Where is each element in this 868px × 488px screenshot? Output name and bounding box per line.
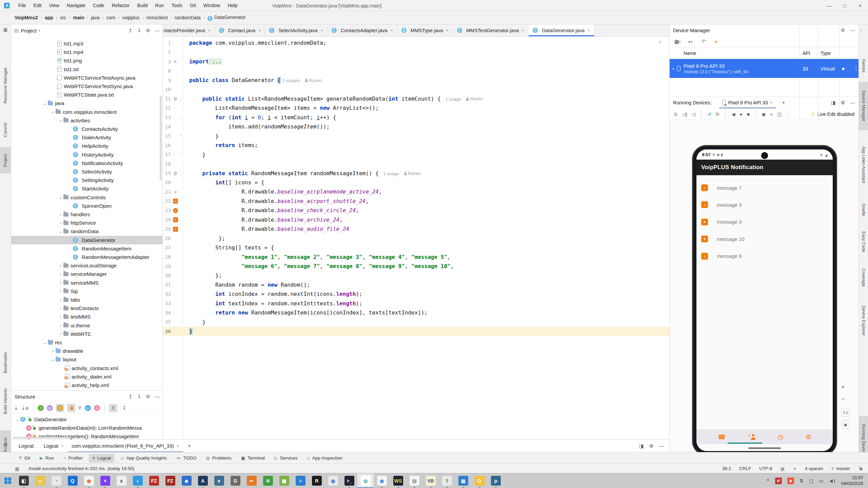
- tree-item-com-voipplus-mmsclient[interactable]: ⌄com.voipplus.mmsclient: [11, 108, 162, 116]
- code-line-16[interactable]: 16 return items;: [163, 141, 669, 150]
- chevron-down-icon[interactable]: ⌄: [58, 118, 63, 123]
- hide-icon[interactable]: —: [155, 28, 160, 33]
- writable-unlock-icon[interactable]: [860, 468, 863, 470]
- start-button[interactable]: [0, 473, 16, 488]
- tool-window-problems[interactable]: ◎Problems: [202, 454, 235, 463]
- tool-window-button-build-variants[interactable]: Build Variants: [0, 382, 11, 421]
- logcat-tab-logcat[interactable]: Logcat×: [40, 440, 68, 452]
- logcat-settings-icon[interactable]: ⚙: [649, 443, 654, 449]
- group-methods-icon[interactable]: Y: [78, 405, 82, 411]
- message-list-item[interactable]: ♪message 3: [696, 196, 833, 213]
- code-line-13[interactable]: 13⌄ for (int i = 0; i < itemCount; i++) …: [163, 113, 669, 122]
- tree-item-tst1-png[interactable]: tst1.png: [11, 56, 162, 65]
- menu-navigate[interactable]: Navigate: [63, 0, 89, 11]
- code-author-inlay[interactable]: Razen: [466, 96, 483, 101]
- fold-expand-icon[interactable]: ⌃: [179, 134, 183, 138]
- tree-item-webrtcstate-java-txt[interactable]: WebRTCState.java.txt: [11, 90, 162, 99]
- breadcrumb-main[interactable]: main: [72, 14, 85, 21]
- tool-window-app-quality-insights[interactable]: ◇App Quality Insights: [117, 454, 170, 463]
- taskbar-android-studio[interactable]: ◎: [357, 473, 374, 488]
- tree-item-customcontrols[interactable]: ⌄customControls: [11, 193, 162, 202]
- tree-item-webrtcservicetestsync-java[interactable]: WebRTCServiceTestSync.java: [11, 82, 162, 90]
- taskbar-globe-app[interactable]: ◍: [325, 473, 341, 488]
- usages-inlay[interactable]: 1 usage: [445, 97, 461, 102]
- column-name[interactable]: Name: [684, 50, 696, 56]
- tab-close-icon[interactable]: ×: [522, 28, 524, 33]
- show-fields-icon[interactable]: f: [57, 405, 63, 411]
- menu-run[interactable]: Run: [152, 0, 168, 11]
- breadcrumb-datagenerator[interactable]: CDataGenerator: [206, 14, 247, 22]
- more-icon[interactable]: »: [770, 111, 773, 117]
- taskbar-filezilla-1[interactable]: FZ: [146, 473, 162, 488]
- chevron-down-icon[interactable]: ⌄: [42, 101, 48, 106]
- message-list-item[interactable]: ▾message 3: [696, 214, 833, 230]
- tray-mouse-settings[interactable]: ▢: [809, 478, 813, 484]
- show-lambdas-icon[interactable]: λ: [94, 405, 100, 411]
- logcat-tab-close-icon[interactable]: ×: [177, 444, 179, 448]
- taskbar-palemoon[interactable]: ᴥ: [113, 473, 130, 488]
- structure-hide-icon[interactable]: —: [155, 394, 160, 399]
- taskbar-gimp[interactable]: G: [227, 473, 243, 488]
- power-icon[interactable]: ⊙: [674, 111, 678, 117]
- rotate-left-icon[interactable]: ↺: [707, 111, 711, 117]
- tree-item-sip[interactable]: ›Sip: [11, 287, 162, 296]
- tree-item-randomdata[interactable]: ⌄randomData: [11, 227, 162, 236]
- chevron-right-icon[interactable]: ›: [58, 221, 63, 225]
- column-api[interactable]: API: [803, 50, 810, 56]
- chevron-right-icon[interactable]: ›: [58, 298, 63, 302]
- code-line-9[interactable]: 9public class DataGenerator {3 usagesRaz…: [163, 76, 669, 85]
- menu-help[interactable]: Help: [224, 0, 241, 11]
- code-line-21[interactable]: 21✈ R.drawable.baseline_airplanemode_act…: [163, 187, 669, 196]
- fold-collapse-icon[interactable]: ⌄: [179, 97, 183, 101]
- screenshot-icon[interactable]: ◉: [762, 111, 766, 117]
- menu-build[interactable]: Build: [133, 0, 151, 11]
- tree-item-layout[interactable]: ⌄layout: [11, 355, 162, 364]
- tab-contact-java[interactable]: CContact.java×: [215, 24, 265, 36]
- tree-item-servicemms[interactable]: ›serviceMMS: [11, 279, 162, 287]
- device-group-icon[interactable]: ▦▾: [674, 38, 681, 46]
- chevron-right-icon[interactable]: ›: [58, 331, 63, 336]
- fold-collapse-icon[interactable]: ⌄: [179, 171, 183, 175]
- tool-window-todo[interactable]: ≔TODO: [173, 454, 200, 463]
- tool-window-profiler[interactable]: ◔Profiler: [60, 454, 86, 463]
- code-line-11[interactable]: 11@⌄ public static List<RandomMessageIte…: [163, 94, 669, 103]
- tree-item-servicelocalstorage[interactable]: ›serviceLocalStorage: [11, 261, 162, 270]
- tree-item-contactsactivity[interactable]: CContactsActivity: [11, 125, 162, 133]
- logcat-layout-icon[interactable]: ◨: [639, 443, 644, 449]
- structure-settings-icon[interactable]: ⚙: [146, 394, 150, 399]
- indent-setting[interactable]: 4 spaces: [805, 466, 823, 471]
- code-line-2[interactable]: 2: [163, 47, 669, 57]
- code-line-32[interactable]: 32 int iconIndex = random.nextInt(icons.…: [163, 289, 669, 299]
- code-line-23[interactable]: 23✓ R.drawable.baseline_check_circle_24,: [163, 206, 669, 215]
- caret-position[interactable]: 36:2: [722, 466, 731, 471]
- running-devices-add-button[interactable]: +: [782, 100, 785, 106]
- close-button[interactable]: ×: [852, 0, 868, 11]
- running-device-tab[interactable]: Pixel 8 Pro API 33×: [719, 97, 776, 108]
- add-device-icon[interactable]: +▾: [687, 38, 694, 46]
- menu-window[interactable]: Window: [200, 0, 224, 11]
- taskbar-app-a-window[interactable]: A: [195, 473, 211, 488]
- tray-display-connect[interactable]: ▭: [819, 478, 823, 484]
- code-line-33[interactable]: 33 int textIndex = random.nextInt(texts.…: [163, 299, 669, 308]
- code-editor[interactable]: ✓ 1package com.voipplus.mmsclient.random…: [163, 37, 669, 439]
- chevron-right-icon[interactable]: ›: [58, 263, 63, 268]
- back-icon[interactable]: ◀: [731, 111, 735, 117]
- tab-selectactivity-java[interactable]: CSelectActivity.java×: [265, 24, 328, 36]
- structure-collapse-all-icon[interactable]: ↧: [137, 394, 141, 399]
- breadcrumb-randomdata[interactable]: randomData: [174, 14, 202, 21]
- drawable-airplane-icon[interactable]: ✈: [172, 189, 179, 195]
- code-line-1[interactable]: 1package com.voipplus.mmsclient.randomDa…: [163, 38, 669, 47]
- tree-item-settingactivity[interactable]: CSettingActivity: [11, 176, 162, 184]
- taskbar-writer-doc[interactable]: ≡: [292, 473, 309, 488]
- taskbar-visual-studio[interactable]: ×: [97, 473, 113, 488]
- chevron-right-icon[interactable]: ›: [50, 349, 56, 353]
- code-author-inlay[interactable]: Razen: [404, 171, 421, 176]
- tree-item-activity-dialer-xml[interactable]: activity_dialer.xml: [11, 372, 162, 381]
- chevron-down-icon[interactable]: ⌄: [58, 229, 63, 234]
- breadcrumb-voipmms2[interactable]: VoipMms2: [14, 14, 39, 21]
- tray-tray-orange-app[interactable]: ◈: [787, 477, 794, 484]
- taskbar-winscp-lock[interactable]: ⇧: [439, 473, 455, 488]
- breadcrumb-app[interactable]: app: [44, 14, 54, 21]
- menu-code[interactable]: Code: [89, 0, 108, 11]
- taskbar-notepadpp[interactable]: N: [260, 473, 276, 488]
